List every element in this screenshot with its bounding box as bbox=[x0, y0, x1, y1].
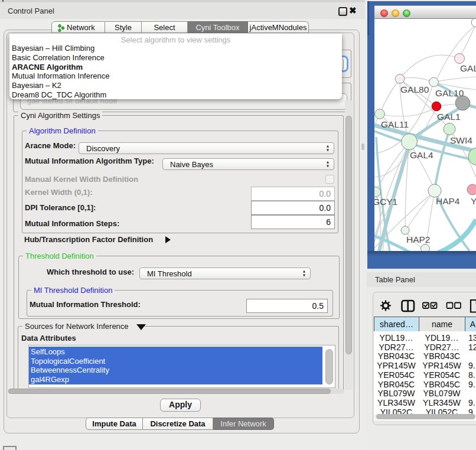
svg-text:GAL10: GAL10 bbox=[435, 88, 464, 98]
svg-text:GCY1: GCY1 bbox=[374, 197, 397, 207]
svg-text:SWI4: SWI4 bbox=[450, 135, 472, 145]
svg-text:GAL2: GAL2 bbox=[460, 63, 476, 73]
svg-text:GAL80: GAL80 bbox=[400, 84, 429, 94]
svg-text:GAL1: GAL1 bbox=[437, 112, 461, 122]
svg-text:HAP4: HAP4 bbox=[436, 196, 460, 206]
svg-text:YM: YM bbox=[471, 196, 476, 206]
svg-text:HAP2: HAP2 bbox=[406, 234, 431, 244]
svg-text:GAL4: GAL4 bbox=[410, 150, 433, 160]
svg-text:GAL11: GAL11 bbox=[381, 119, 409, 129]
